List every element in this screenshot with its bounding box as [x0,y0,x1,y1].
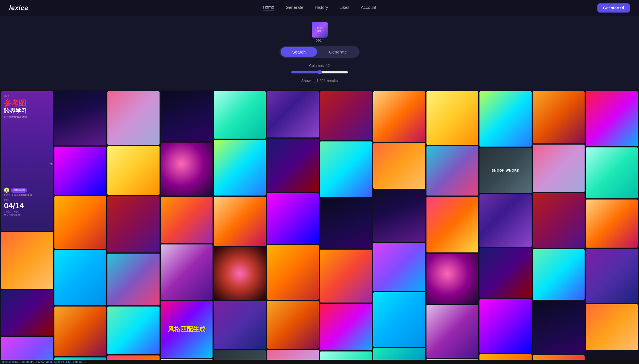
gallery-item[interactable] [533,249,585,300]
gallery-item[interactable]: BNOOK WNORK [479,148,532,193]
gallery-item[interactable] [161,197,213,243]
gallery-item[interactable] [161,143,213,196]
gallery-item[interactable] [214,247,266,300]
gallery-item[interactable] [373,243,425,291]
gallery-item[interactable] [107,146,160,195]
gallery-item[interactable] [214,197,266,246]
gallery-item[interactable] [214,140,266,196]
gallery-item[interactable] [533,301,585,354]
reference-thumbnail[interactable]: 跨界学习 [312,22,328,38]
gallery-item[interactable] [320,250,372,303]
gallery-item[interactable] [1,232,53,289]
hero-section: 跨界学习 04/14 Search Generate Columns: 12 S… [0,16,639,90]
status-bar: https://lexica.art/prompt/d13a2834-a3d6-… [0,360,639,364]
gallery-item[interactable] [54,307,107,356]
gallery-item[interactable] [533,193,585,248]
gallery-item[interactable] [373,190,425,242]
gallery-item[interactable] [161,244,213,300]
gallery-item[interactable] [373,91,425,142]
columns-slider[interactable] [291,70,348,75]
gallery-item[interactable] [533,145,585,192]
gallery-item[interactable] [373,143,425,189]
gallery-item[interactable] [426,146,479,196]
gallery-item[interactable] [426,197,479,252]
columns-slider-container [291,70,348,76]
gallery-item[interactable] [320,141,372,197]
gallery-item[interactable] [320,198,372,248]
style-match-text: 风格匹配生成 [168,325,205,334]
mode-tabs: Search Generate [279,46,359,58]
gallery-item[interactable] [479,194,532,247]
gallery-item[interactable] [320,91,372,140]
card-label: BNOOK WNORK [492,169,520,172]
gallery-item[interactable] [161,91,213,141]
nav-generate[interactable]: Generate [285,5,303,11]
gallery-item[interactable] [107,307,160,354]
gallery-item[interactable] [426,305,479,358]
gallery-item[interactable] [426,91,479,145]
nav-likes[interactable]: Likes [340,5,350,11]
thumbnail-date: 04/14 [316,39,324,42]
gallery-item[interactable] [54,250,107,305]
gallery-item[interactable] [267,301,319,349]
get-started-button[interactable]: Get started [597,3,630,13]
navbar: lexica Home Generate History Likes Accou… [0,0,639,16]
search-tab[interactable]: Search [281,47,317,57]
gallery-item[interactable] [479,299,532,353]
columns-label: Columns: 12 [309,63,330,68]
nav-account[interactable]: Account [361,5,376,11]
gallery-item[interactable] [54,196,107,249]
gallery-item[interactable] [54,147,107,195]
nav-links: Home Generate History Likes Account [263,5,376,11]
nav-history[interactable]: History [315,5,328,11]
gallery-item[interactable] [586,304,638,350]
gallery-item[interactable] [267,91,319,137]
gallery-item[interactable] [373,292,425,347]
gallery-item-chinese-poster[interactable]: 凡过 参考图 跨界学习 混沌创商院校友游学 👤 @榴莲同学 所在企业 南京小灿灿… [1,91,53,231]
brand-logo: lexica [9,4,28,12]
generate-tab[interactable]: Generate [318,47,358,57]
gallery-item[interactable] [479,248,532,298]
gallery-item[interactable] [267,245,319,300]
gallery-item[interactable] [320,304,372,350]
gallery-item[interactable] [214,91,266,139]
gallery-item[interactable] [1,290,53,336]
gallery-item[interactable] [586,91,638,146]
gallery-item[interactable] [533,91,585,143]
gallery-item[interactable] [107,91,160,145]
gallery-item[interactable] [426,254,479,304]
gallery-item[interactable] [586,147,638,198]
gallery-item[interactable]: 风格匹配生成 [161,301,213,358]
image-gallery: 凡过 参考图 跨界学习 混沌创商院校友游学 👤 @榴莲同学 所在企业 南京小灿灿… [0,90,639,364]
gallery-item[interactable] [267,193,319,244]
gallery-item[interactable] [267,139,319,192]
gallery-item[interactable] [107,196,160,252]
results-count: Showing 1,821 results [301,79,338,83]
gallery-item[interactable] [214,301,266,349]
gallery-item[interactable] [479,91,532,147]
gallery-item[interactable] [586,249,638,303]
nav-home[interactable]: Home [263,5,274,11]
gallery-item[interactable] [107,254,160,305]
gallery-item[interactable] [586,200,638,248]
gallery-item[interactable] [54,91,107,145]
